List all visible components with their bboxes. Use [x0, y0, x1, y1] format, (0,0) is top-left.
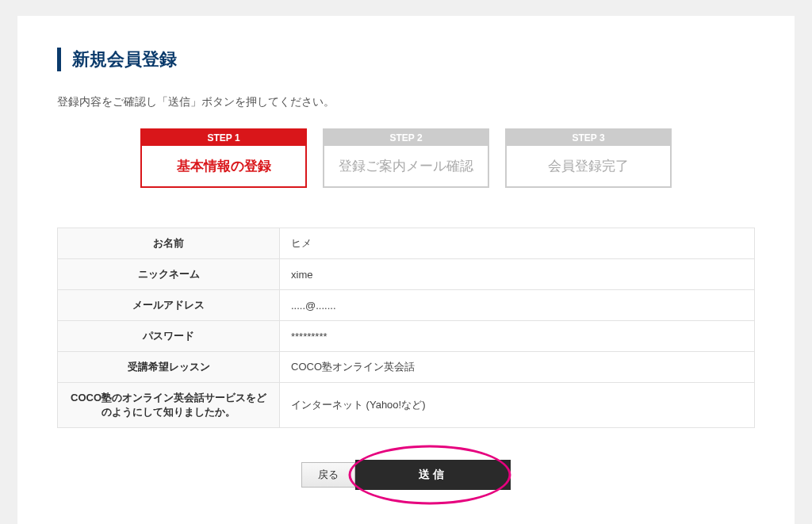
lesson-value: COCO塾オンライン英会話	[280, 352, 755, 383]
submit-button[interactable]: 送信	[355, 460, 511, 490]
survey-label: COCO塾のオンライン英会話サービスをどのようにして知りましたか。	[58, 383, 280, 428]
table-row: メールアドレス .....@.......	[58, 290, 755, 321]
table-row: パスワード *********	[58, 321, 755, 352]
step-2: STEP 2 登録ご案内メール確認	[323, 128, 489, 188]
password-label: パスワード	[58, 321, 280, 352]
form-table: お名前 ヒメ ニックネーム xime メールアドレス .....@.......…	[57, 228, 755, 428]
step-1-body: 基本情報の登録	[142, 146, 305, 186]
table-row: お名前 ヒメ	[58, 228, 755, 259]
step-3-body: 会員登録完了	[507, 146, 670, 186]
step-2-header: STEP 2	[324, 130, 488, 146]
button-area: 戻る 送信	[57, 460, 755, 490]
email-value: .....@.......	[280, 290, 755, 321]
table-row: 受講希望レッスン COCO塾オンライン英会話	[58, 352, 755, 383]
step-3-header: STEP 3	[507, 130, 670, 146]
step-2-body: 登録ご案内メール確認	[324, 146, 488, 186]
instruction-text: 登録内容をご確認し「送信」ボタンを押してください。	[57, 95, 755, 109]
table-row: ニックネーム xime	[58, 259, 755, 290]
registration-container: 新規会員登録 登録内容をご確認し「送信」ボタンを押してください。 STEP 1 …	[17, 16, 795, 524]
name-label: お名前	[58, 228, 280, 259]
back-button[interactable]: 戻る	[301, 462, 355, 488]
name-value: ヒメ	[280, 228, 755, 259]
email-label: メールアドレス	[58, 290, 280, 321]
step-3: STEP 3 会員登録完了	[505, 128, 672, 188]
nickname-value: xime	[280, 259, 755, 290]
step-1: STEP 1 基本情報の登録	[140, 128, 307, 188]
step-1-header: STEP 1	[142, 130, 305, 146]
page-title: 新規会員登録	[57, 48, 755, 71]
table-row: COCO塾のオンライン英会話サービスをどのようにして知りましたか。 インターネッ…	[58, 383, 755, 428]
survey-value: インターネット (Yahoo!など)	[280, 383, 755, 428]
lesson-label: 受講希望レッスン	[58, 352, 280, 383]
nickname-label: ニックネーム	[58, 259, 280, 290]
steps-row: STEP 1 基本情報の登録 STEP 2 登録ご案内メール確認 STEP 3 …	[57, 128, 755, 188]
password-value: *********	[280, 321, 755, 352]
